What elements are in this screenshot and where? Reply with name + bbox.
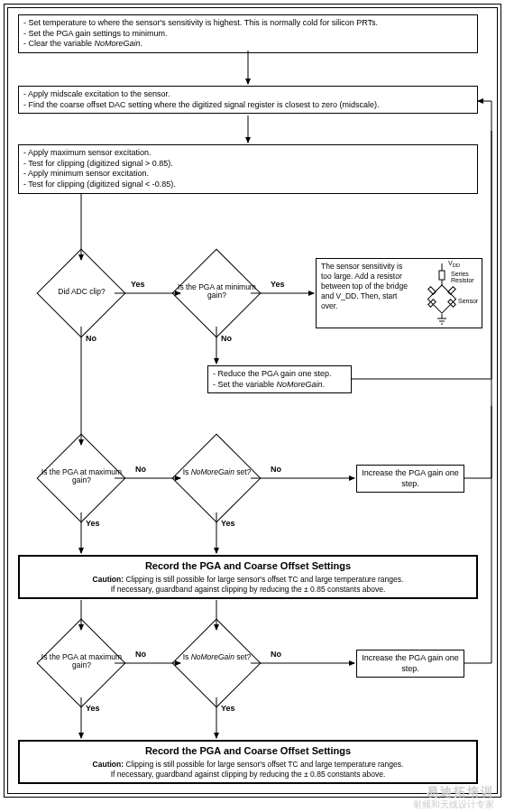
sensitivity-box: The sensor sensitivity is too large. Add… — [316, 258, 482, 328]
t: Caution: Clipping is still possible for … — [24, 575, 472, 585]
t: Is the PGA at maximum gain? — [39, 653, 124, 670]
t: - Test for clipping (digitized signal > … — [23, 159, 473, 170]
t: Record the PGA and Coarse Offset Setting… — [24, 559, 472, 572]
yes: Yes — [86, 519, 100, 528]
t: If necessary, guardband against clipping… — [24, 770, 472, 780]
record-box-2: Record the PGA and Coarse Offset Setting… — [18, 740, 478, 784]
t: - Apply maximum sensor excitation. — [23, 148, 473, 159]
yes: Yes — [221, 519, 235, 528]
t: - Reduce the PGA gain one step. — [213, 369, 346, 380]
t: Is NoMoreGain set? — [174, 653, 260, 661]
t: - Set the variable NoMoreGain. — [213, 380, 346, 391]
series-label: Series Resistor — [451, 271, 478, 283]
yes: Yes — [271, 280, 285, 289]
t: Is the PGA at minimum gain? — [174, 283, 260, 300]
t: Record the PGA and Coarse Offset Setting… — [24, 744, 472, 757]
t: - Set the PGA gain settings to minimum. — [23, 29, 473, 40]
t: Did ADC clip? — [39, 288, 124, 296]
t: - Clear the variable NoMoreGain. — [23, 39, 473, 50]
t: 易迪拓培训 — [413, 785, 494, 799]
no: No — [221, 334, 232, 343]
sensor-label: Sensor — [458, 298, 478, 304]
increase-gain-box-2: Increase the PGA gain one step. — [356, 650, 464, 678]
t: - Test for clipping (digitized signal < … — [23, 180, 473, 190]
yes: Yes — [86, 704, 100, 713]
t: If necessary, guardband against clipping… — [24, 585, 472, 595]
no: No — [271, 465, 281, 474]
no: No — [135, 650, 146, 659]
yes: Yes — [221, 704, 235, 713]
t: - Apply midscale excitation to the senso… — [23, 89, 473, 100]
yes: Yes — [131, 280, 145, 289]
midscale-box: - Apply midscale excitation to the senso… — [18, 86, 478, 114]
init-box: - Set temperature to where the sensor's … — [18, 14, 478, 53]
t: - Apply minimum sensor excitation. — [23, 169, 473, 180]
t: - Find the coarse offset DAC setting whe… — [23, 100, 473, 111]
reduce-gain-box: - Reduce the PGA gain one step. - Set th… — [207, 365, 352, 393]
no: No — [271, 650, 281, 659]
no: No — [135, 465, 146, 474]
vdd-label: VDD — [448, 260, 460, 268]
t: - Set temperature to where the sensor's … — [23, 18, 473, 29]
clip-test-box: - Apply maximum sensor excitation. - Tes… — [18, 144, 478, 194]
t: Is NoMoreGain set? — [174, 468, 260, 476]
no: No — [86, 334, 96, 343]
t: 射频和天线设计专家 — [413, 799, 494, 810]
t: Caution: Clipping is still possible for … — [24, 760, 472, 770]
increase-gain-box: Increase the PGA gain one step. — [356, 465, 464, 493]
t: Is the PGA at maximum gain? — [39, 468, 124, 485]
watermark: 易迪拓培训 射频和天线设计专家 — [413, 785, 494, 810]
t: The sensor sensitivity is too large. Add… — [321, 262, 411, 311]
record-box-1: Record the PGA and Coarse Offset Setting… — [18, 555, 478, 599]
